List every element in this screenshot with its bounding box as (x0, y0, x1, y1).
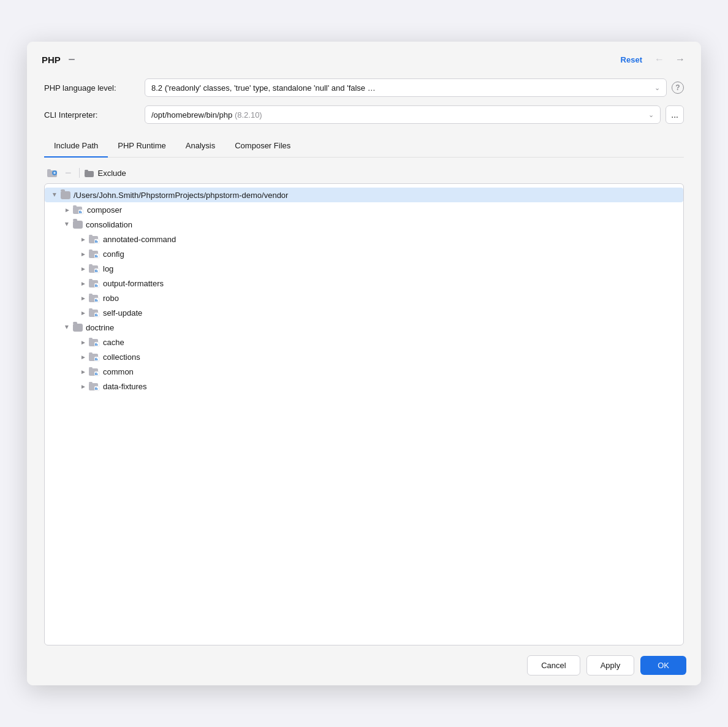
svg-rect-61 (96, 358, 97, 361)
svg-rect-49 (96, 314, 97, 317)
tree-item-label: collections (103, 352, 140, 362)
help-icon[interactable]: ? (672, 82, 684, 94)
chevron-closed-icon: ► (62, 204, 73, 215)
chevron-closed-icon: ► (78, 234, 89, 245)
tab-composer-files[interactable]: Composer Files (225, 136, 300, 158)
php-folder-icon (89, 234, 100, 244)
nav-forward-button[interactable]: → (674, 53, 686, 66)
minimize-icon[interactable] (67, 55, 77, 64)
content-area: PHP language level: 8.2 ('readonly' clas… (27, 72, 701, 645)
svg-rect-44 (97, 300, 97, 302)
chevron-closed-icon: ► (78, 307, 89, 318)
php-folder-icon (89, 352, 100, 362)
php-settings-dialog: PHP Reset ← → PHP language level: 8.2 ('… (27, 42, 701, 685)
tree-item-label: self-update (103, 308, 142, 318)
tree-row-vendor[interactable]: ► /Users/John.Smith/PhpstormProjects/php… (45, 188, 683, 202)
title-bar-left: PHP (42, 55, 77, 65)
svg-rect-13 (80, 211, 81, 214)
ok-button[interactable]: OK (640, 656, 686, 675)
tree-item-label: config (103, 249, 124, 259)
tree-row-annotated-command[interactable]: ► annotated-command (45, 232, 683, 246)
svg-rect-73 (96, 387, 97, 390)
reset-button[interactable]: Reset (618, 54, 645, 66)
svg-rect-19 (96, 240, 97, 243)
dialog-title: PHP (42, 55, 61, 65)
svg-rect-37 (96, 284, 97, 287)
svg-rect-74 (97, 388, 97, 390)
chevron-open-icon: ► (62, 322, 73, 333)
svg-rect-48 (95, 314, 96, 316)
tree-row-data-fixtures[interactable]: ► data-fixtures (45, 379, 683, 394)
tree-row-consolidation[interactable]: ► consolidation (45, 217, 683, 232)
chevron-closed-icon: ► (78, 337, 89, 348)
svg-rect-34 (89, 279, 93, 281)
php-folder-icon (89, 264, 100, 273)
nav-back-button[interactable]: ← (653, 53, 665, 66)
cancel-button[interactable]: Cancel (527, 655, 580, 676)
chevron-down-icon: ⌄ (654, 84, 660, 92)
svg-rect-54 (95, 343, 96, 346)
tab-include-path[interactable]: Include Path (44, 136, 108, 158)
svg-rect-24 (95, 255, 96, 257)
exclude-button[interactable]: Exclude (85, 169, 126, 178)
remove-path-button[interactable]: − (63, 166, 74, 180)
tree-row-doctrine[interactable]: ► doctrine (45, 320, 683, 335)
svg-rect-66 (95, 373, 96, 375)
svg-rect-72 (95, 387, 96, 390)
tree-item-label: annotated-command (103, 235, 176, 244)
tree-row-config[interactable]: ► config (45, 246, 683, 261)
tree-item-label: consolidation (86, 220, 132, 229)
tree-item-label: output-formatters (103, 279, 164, 288)
svg-rect-70 (89, 382, 93, 384)
language-level-value: 8.2 ('readonly' classes, 'true' type, st… (151, 83, 376, 93)
svg-rect-67 (96, 373, 97, 376)
svg-rect-3 (47, 169, 51, 171)
tree-row-cache[interactable]: ► cache (45, 335, 683, 349)
chevron-closed-icon: ► (78, 292, 89, 303)
svg-rect-36 (95, 284, 96, 287)
tab-analysis[interactable]: Analysis (176, 136, 225, 158)
tree-item-label: common (103, 367, 134, 376)
language-level-select[interactable]: 8.2 ('readonly' classes, 'true' type, st… (145, 78, 667, 97)
svg-rect-55 (96, 343, 97, 346)
chevron-closed-icon: ► (78, 263, 89, 274)
tree-row-collections[interactable]: ► collections (45, 349, 683, 364)
svg-rect-6 (55, 172, 55, 174)
folder-icon (73, 221, 83, 229)
svg-rect-22 (89, 249, 93, 251)
tree-row-log[interactable]: ► log (45, 261, 683, 276)
tree-item-label: /Users/John.Smith/PhpstormProjects/phpst… (74, 191, 288, 200)
chevron-closed-icon: ► (78, 381, 89, 392)
tree-row-common[interactable]: ► common (45, 364, 683, 379)
cli-interpreter-select[interactable]: /opt/homebrew/bin/php (8.2.10) ⌄ (145, 105, 661, 124)
tree-item-label: composer (87, 205, 122, 215)
language-level-row: PHP language level: 8.2 ('readonly' clas… (44, 78, 684, 97)
svg-rect-12 (79, 211, 80, 213)
svg-rect-14 (81, 211, 82, 213)
folder-icon (73, 324, 83, 332)
tree-row-composer[interactable]: ► composer (45, 202, 683, 217)
chevron-closed-icon: ► (78, 278, 89, 289)
title-bar-right: Reset ← → (618, 53, 686, 66)
svg-rect-43 (96, 299, 97, 302)
svg-rect-60 (95, 358, 96, 360)
chevron-closed-icon: ► (78, 351, 89, 362)
cli-path-text: /opt/homebrew/bin/php (8.2.10) (151, 110, 262, 120)
chevron-down-icon: ⌄ (648, 111, 654, 119)
tree-item-label: log (103, 264, 113, 273)
ellipsis-button[interactable]: ... (665, 105, 684, 124)
svg-rect-25 (96, 255, 97, 258)
folder-exclude-icon (85, 169, 96, 178)
apply-button[interactable]: Apply (586, 655, 635, 676)
svg-rect-7 (85, 171, 94, 177)
tree-row-output-formatters[interactable]: ► output-formatters (45, 276, 683, 291)
tree-row-self-update[interactable]: ► self-update (45, 305, 683, 320)
tree-row-robo[interactable]: ► robo (45, 291, 683, 305)
tab-php-runtime[interactable]: PHP Runtime (108, 136, 176, 158)
svg-rect-64 (89, 367, 93, 369)
add-path-button[interactable] (44, 166, 60, 180)
svg-rect-20 (97, 241, 97, 243)
svg-rect-52 (89, 338, 93, 340)
language-level-select-wrapper: 8.2 ('readonly' classes, 'true' type, st… (145, 78, 684, 97)
cli-interpreter-label: CLI Interpreter: (44, 110, 136, 120)
